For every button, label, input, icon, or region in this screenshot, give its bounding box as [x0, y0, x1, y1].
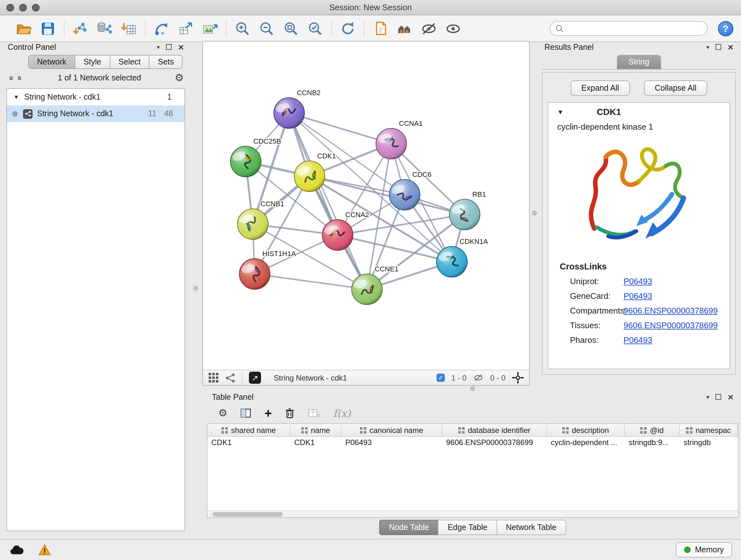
gene-collapse-icon[interactable]: ▼	[557, 108, 563, 115]
tab-string[interactable]: String	[617, 55, 661, 69]
open-in-new-window-icon[interactable]: ↗	[249, 372, 261, 384]
scrollbar-thumb[interactable]	[212, 512, 283, 516]
zoom-out-icon[interactable]	[259, 20, 275, 37]
bottom-splitter-handle[interactable]	[470, 386, 475, 391]
show-details-eye-icon[interactable]	[445, 20, 461, 37]
network-node-CCNA1[interactable]: CCNA1	[376, 119, 423, 159]
tab-network[interactable]: Network	[28, 55, 75, 69]
network-row-selected[interactable]: String Network - cdk1 11 48	[7, 105, 185, 122]
homes-icon[interactable]	[396, 20, 413, 37]
network-edge-CCNB2-CCNE1[interactable]	[289, 113, 367, 289]
hide-details-eye-icon[interactable]	[421, 20, 437, 37]
tab-network-table[interactable]: Network Table	[496, 519, 566, 535]
network-node-HIST1H1A[interactable]: HIST1H1A	[239, 250, 296, 289]
create-column-icon[interactable]: +	[265, 408, 272, 419]
show-columns-icon[interactable]	[240, 408, 252, 419]
table-options-gear-icon[interactable]: ⚙	[218, 408, 227, 418]
column-header[interactable]: namespac	[680, 424, 738, 436]
network-canvas[interactable]: CCNB2CCNA1CDC25BCDK1CDC6RB1CCNB1CCNA2CDK…	[203, 42, 529, 370]
panel-float-icon[interactable]	[716, 44, 721, 50]
collapse-all-button[interactable]: Collapse All	[644, 80, 708, 96]
network-node-CDK1[interactable]: CDK1	[294, 152, 336, 192]
zoom-selected-icon[interactable]	[307, 20, 324, 37]
toolbar-search[interactable]	[549, 21, 708, 36]
pan-crosshair-icon[interactable]	[512, 372, 524, 384]
table-cell[interactable]: stringdb	[680, 437, 738, 449]
birdseye-view-icon[interactable]	[225, 373, 235, 383]
tab-node-table[interactable]: Node Table	[380, 519, 438, 535]
function-builder-icon[interactable]: f(x)	[333, 407, 351, 419]
memory-button[interactable]: Memory	[676, 542, 732, 557]
expand-all-button[interactable]: Expand All	[570, 80, 630, 96]
panel-float-icon[interactable]	[166, 44, 172, 50]
panel-menu-icon[interactable]: ▾	[706, 394, 709, 400]
delete-column-trash-icon[interactable]	[285, 408, 295, 419]
import-network-database-icon[interactable]	[96, 20, 113, 37]
crosslink-link[interactable]: 9606.ENSP00000378699	[623, 320, 718, 330]
table-cell[interactable]: cyclin-dependent ...	[547, 437, 625, 449]
panel-menu-icon[interactable]: ▾	[157, 44, 159, 50]
table-cell[interactable]: CDK1	[207, 437, 290, 449]
crosslink-link[interactable]: P06493	[623, 291, 652, 301]
close-window-button[interactable]	[6, 3, 14, 11]
column-header[interactable]: description	[547, 424, 625, 436]
crosslink-link[interactable]: P06493	[623, 335, 652, 345]
expand-all-icon[interactable]: «	[15, 74, 25, 82]
panel-menu-icon[interactable]: ▾	[706, 44, 709, 50]
table-horizontal-scrollbar[interactable]	[207, 510, 738, 517]
warning-icon[interactable]	[38, 544, 51, 556]
string-network-graph[interactable]: CCNB2CCNA1CDC25BCDK1CDC6RB1CCNB1CCNA2CDK…	[203, 42, 529, 368]
network-node-CDKN1A[interactable]: CDKN1A	[436, 238, 488, 277]
import-table-icon[interactable]	[121, 20, 137, 37]
panel-close-icon[interactable]: ×	[728, 394, 733, 400]
table-cell[interactable]: CDK1	[290, 437, 341, 449]
refresh-layout-icon[interactable]	[340, 20, 356, 37]
zoom-in-icon[interactable]	[234, 20, 251, 37]
node-selection-checkbox-icon[interactable]: ✓	[436, 374, 445, 382]
panel-close-icon[interactable]: ×	[728, 44, 733, 50]
column-header[interactable]: database identifier	[442, 424, 547, 436]
hidden-elements-eye-icon[interactable]	[473, 373, 484, 382]
network-from-selection-icon[interactable]	[153, 20, 170, 37]
table-cell[interactable]: P06493	[341, 437, 442, 449]
network-node-CDC25B[interactable]: CDC25B	[230, 137, 281, 177]
column-header[interactable]: shared name	[207, 424, 290, 436]
crosslink-link[interactable]: 9606.ENSP00000378699	[623, 306, 718, 315]
tab-select[interactable]: Select	[110, 55, 149, 69]
network-node-CCNB2[interactable]: CCNB2	[274, 89, 321, 128]
network-options-gear-icon[interactable]: ⚙	[175, 73, 184, 83]
tab-edge-table[interactable]: Edge Table	[438, 519, 496, 535]
network-collection-row[interactable]: ▼ String Network - cdk1 1	[7, 89, 185, 105]
cloud-status-icon[interactable]	[9, 544, 24, 555]
zoom-fit-icon[interactable]	[283, 20, 299, 37]
network-edge-CCNA2-CDKN1A[interactable]	[338, 235, 452, 262]
table-cell[interactable]: 9606.ENSP00000378699	[442, 437, 547, 449]
clipboard-document-icon[interactable]	[372, 20, 389, 37]
open-session-icon[interactable]	[15, 20, 32, 37]
panel-close-icon[interactable]: ×	[178, 44, 184, 50]
minimize-window-button[interactable]	[19, 3, 27, 11]
search-input[interactable]	[568, 24, 702, 33]
import-network-file-icon[interactable]	[72, 20, 89, 37]
network-edge-CCNB2-CCNA1[interactable]	[289, 113, 391, 144]
save-session-icon[interactable]	[40, 20, 56, 37]
column-header[interactable]: name	[290, 424, 341, 436]
network-edge-HIST1H1A-CCNE1[interactable]	[255, 274, 367, 289]
right-splitter-handle[interactable]	[532, 211, 537, 215]
export-image-icon[interactable]	[202, 20, 218, 37]
export-table-icon[interactable]	[178, 20, 194, 37]
left-splitter-handle[interactable]	[193, 286, 198, 291]
tab-sets[interactable]: Sets	[149, 55, 183, 69]
help-button[interactable]: ?	[718, 21, 733, 36]
table-cell[interactable]: stringdb:9...	[625, 437, 680, 449]
table-row[interactable]: CDK1 CDK1 P06493 9606.ENSP00000378699 cy…	[207, 437, 738, 449]
column-header[interactable]: @id	[625, 424, 680, 436]
network-node-RB1[interactable]: RB1	[449, 190, 486, 230]
column-header[interactable]: canonical name	[341, 424, 442, 436]
zoom-window-button[interactable]	[32, 3, 40, 11]
panel-float-icon[interactable]	[716, 394, 721, 400]
crosslink-link[interactable]: P06493	[623, 276, 652, 286]
tree-expand-icon[interactable]: ▼	[13, 94, 19, 100]
grid-view-icon[interactable]	[208, 372, 219, 383]
tab-style[interactable]: Style	[75, 55, 110, 69]
